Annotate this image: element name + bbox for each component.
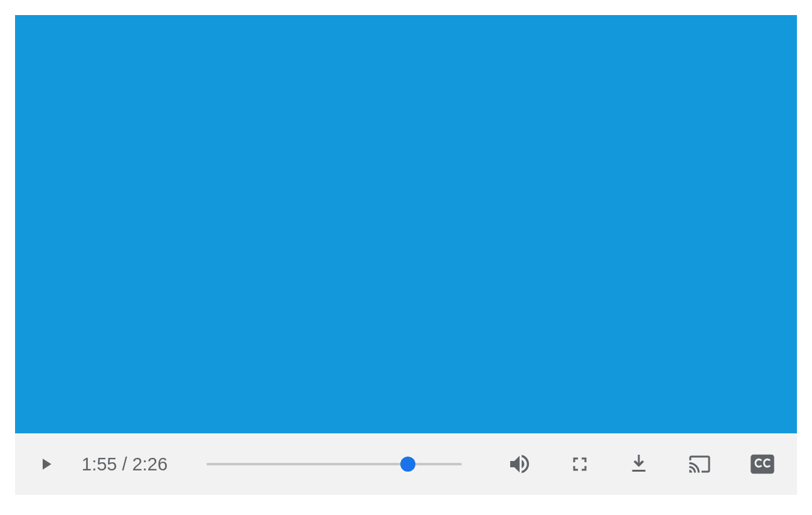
fullscreen-button[interactable]	[569, 453, 591, 475]
progress-thumb[interactable]	[400, 457, 415, 472]
cast-button[interactable]	[686, 453, 713, 475]
volume-icon	[507, 452, 532, 477]
controls-bar: 1:55 / 2:26	[15, 433, 797, 495]
cast-icon	[686, 453, 713, 475]
play-button[interactable]	[36, 453, 55, 475]
video-player: 1:55 / 2:26	[15, 15, 797, 495]
right-controls	[507, 452, 776, 477]
play-icon	[36, 453, 55, 475]
time-display: 1:55 / 2:26	[82, 454, 168, 475]
volume-button[interactable]	[507, 452, 532, 477]
svg-rect-0	[751, 455, 774, 474]
captions-icon	[749, 453, 776, 475]
fullscreen-icon	[569, 453, 591, 475]
progress-slider[interactable]	[206, 463, 462, 465]
download-icon	[628, 452, 650, 476]
video-viewport[interactable]	[15, 15, 797, 433]
download-button[interactable]	[628, 452, 650, 476]
current-time: 1:55	[82, 454, 117, 474]
captions-button[interactable]	[749, 453, 776, 475]
time-separator: /	[117, 454, 132, 474]
progress-track	[206, 463, 462, 465]
duration: 2:26	[132, 454, 168, 474]
